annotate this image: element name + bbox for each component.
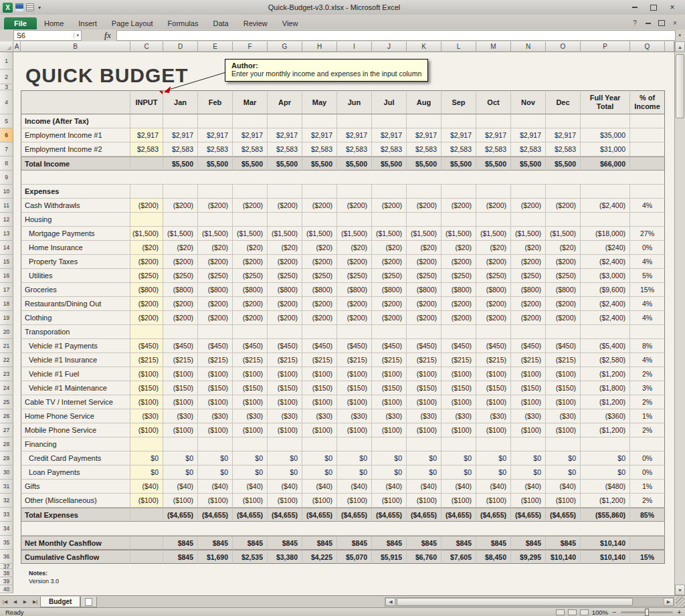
month-cell[interactable]	[163, 325, 198, 339]
month-cell[interactable]: ($450)	[268, 339, 302, 353]
month-cell[interactable]	[546, 437, 581, 451]
input-cell-7[interactable]: $2,583	[130, 142, 163, 157]
month-cell[interactable]: ($200)	[163, 311, 198, 325]
row-header-9[interactable]: 9	[0, 171, 13, 185]
month-cell[interactable]	[233, 213, 268, 227]
pct-cell[interactable]: 4%	[630, 297, 665, 311]
row-header-30[interactable]: 30	[0, 466, 13, 480]
month-cell[interactable]: ($100)	[476, 423, 511, 437]
month-cell[interactable]: $8,450	[476, 550, 511, 564]
month-cell[interactable]: ($215)	[268, 353, 302, 367]
month-cell[interactable]: ($20)	[511, 241, 546, 255]
input-cell-6[interactable]: $2,917	[130, 128, 163, 142]
pct-cell[interactable]: 15%	[630, 550, 665, 564]
month-cell[interactable]: ($30)	[407, 409, 442, 423]
year-total-cell[interactable]: $10,140	[581, 536, 630, 550]
month-cell[interactable]: ($450)	[233, 339, 268, 353]
row-label-24[interactable]: Vehicle #1 Maintenance	[21, 381, 130, 395]
row-header-39[interactable]: 39	[0, 577, 13, 585]
row-label-23[interactable]: Vehicle #1 Fuel	[21, 367, 130, 381]
input-cell-12[interactable]	[130, 213, 163, 227]
pct-cell[interactable]: 8%	[630, 339, 665, 353]
month-cell[interactable]: ($200)	[372, 255, 407, 269]
month-cell[interactable]: ($215)	[337, 353, 372, 367]
month-cell[interactable]: ($200)	[442, 199, 476, 213]
month-cell[interactable]	[163, 213, 198, 227]
month-cell[interactable]: $0	[198, 466, 233, 480]
month-cell[interactable]: ($200)	[233, 311, 268, 325]
tab-nav-first-icon[interactable]: |◀	[0, 597, 10, 607]
row-header-36[interactable]: 36	[0, 550, 13, 564]
scroll-up-icon[interactable]: ▲	[675, 41, 685, 52]
month-cell[interactable]: $845	[442, 536, 476, 550]
month-cell[interactable]: ($450)	[407, 339, 442, 353]
scroll-left-icon[interactable]: ◀	[385, 598, 395, 606]
input-cell-30[interactable]: $0	[130, 466, 163, 480]
month-cell[interactable]: ($40)	[268, 480, 302, 494]
month-cell[interactable]: ($800)	[198, 283, 233, 297]
month-cell[interactable]	[442, 213, 476, 227]
month-cell[interactable]: ($30)	[546, 409, 581, 423]
month-cell[interactable]	[546, 213, 581, 227]
pct-cell[interactable]	[630, 128, 665, 142]
row-label-13[interactable]: Mortgage Payments	[21, 227, 130, 241]
pct-cell[interactable]: 4%	[630, 255, 665, 269]
month-cell[interactable]: $2,583	[476, 142, 511, 157]
month-cell[interactable]: ($150)	[372, 381, 407, 395]
input-cell-18[interactable]: ($200)	[130, 297, 163, 311]
month-cell[interactable]: ($200)	[163, 199, 198, 213]
month-cell[interactable]: ($200)	[407, 199, 442, 213]
pct-cell[interactable]	[630, 536, 665, 550]
month-cell[interactable]: ($100)	[407, 395, 442, 409]
month-cell[interactable]: ($200)	[198, 311, 233, 325]
month-cell[interactable]	[511, 185, 546, 199]
input-cell-26[interactable]: ($30)	[130, 409, 163, 423]
month-cell[interactable]: ($100)	[407, 367, 442, 381]
year-total-cell[interactable]: ($18,000)	[581, 227, 630, 241]
ribbon-tab-page-layout[interactable]: Page Layout	[104, 17, 161, 29]
month-cell[interactable]: $5,500	[163, 157, 198, 171]
month-cell[interactable]: ($100)	[337, 423, 372, 437]
row-header-20[interactable]: 20	[0, 325, 13, 339]
year-total-cell[interactable]: ($2,400)	[581, 199, 630, 213]
month-cell[interactable]: ($200)	[546, 297, 581, 311]
horizontal-scrollbar[interactable]: ◀ ▶	[385, 597, 674, 607]
row-label-10[interactable]: Expenses	[21, 185, 130, 199]
month-header-jul[interactable]: Jul	[372, 90, 407, 114]
month-cell[interactable]	[233, 114, 268, 128]
month-cell[interactable]: $0	[163, 466, 198, 480]
month-cell[interactable]: $2,583	[337, 142, 372, 157]
month-cell[interactable]: ($20)	[198, 241, 233, 255]
month-header-sep[interactable]: Sep	[442, 90, 476, 114]
year-total-cell[interactable]: ($5,400)	[581, 339, 630, 353]
year-total-cell[interactable]: ($240)	[581, 241, 630, 255]
pct-cell[interactable]: 2%	[630, 423, 665, 437]
ribbon-help-icon[interactable]: ?	[630, 19, 640, 27]
pct-cell[interactable]: 1%	[630, 480, 665, 494]
month-cell[interactable]	[442, 185, 476, 199]
row-label-4[interactable]	[21, 90, 130, 114]
month-cell[interactable]: ($450)	[337, 339, 372, 353]
workbook-minimize-icon[interactable]	[644, 19, 653, 27]
month-cell[interactable]: ($100)	[546, 494, 581, 508]
month-cell[interactable]: $0	[302, 451, 337, 466]
month-cell[interactable]: ($200)	[511, 297, 546, 311]
month-cell[interactable]: ($200)	[302, 255, 337, 269]
row-header-25[interactable]: 25	[0, 395, 13, 409]
month-cell[interactable]: ($200)	[546, 311, 581, 325]
row-header-11[interactable]: 11	[0, 199, 13, 213]
row-header-37[interactable]: 37	[0, 564, 13, 569]
pct-cell[interactable]	[630, 213, 665, 227]
month-cell[interactable]	[337, 185, 372, 199]
month-cell[interactable]: $5,500	[511, 157, 546, 171]
month-cell[interactable]: ($4,655)	[268, 508, 302, 522]
month-cell[interactable]	[407, 185, 442, 199]
page-break-view-icon[interactable]	[580, 609, 589, 615]
row-header-40[interactable]: 40	[0, 585, 13, 593]
row-header-27[interactable]: 27	[0, 423, 13, 437]
month-cell[interactable]: ($215)	[511, 353, 546, 367]
month-cell[interactable]: ($150)	[407, 381, 442, 395]
month-cell[interactable]: ($20)	[546, 241, 581, 255]
month-header-oct[interactable]: Oct	[476, 90, 511, 114]
pct-cell[interactable]: 2%	[630, 395, 665, 409]
